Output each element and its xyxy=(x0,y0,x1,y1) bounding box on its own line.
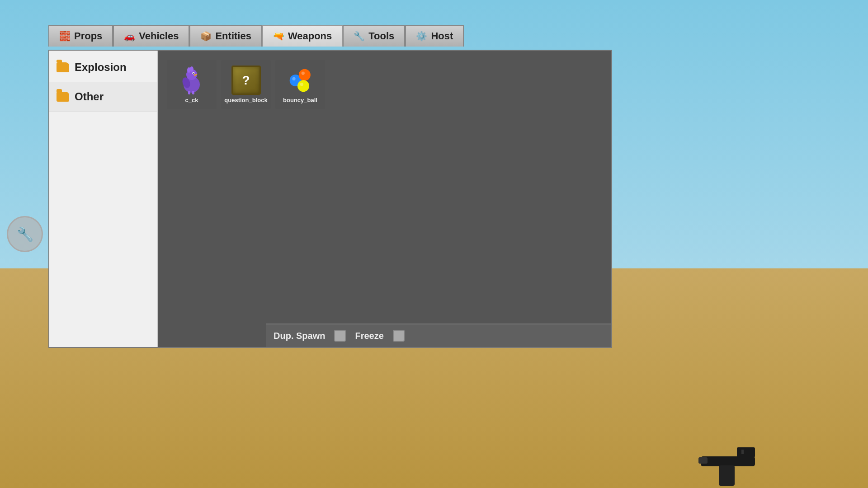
svg-rect-7 xyxy=(192,91,194,94)
svg-point-14 xyxy=(297,80,309,92)
tab-bar: 🧱 Props 🚗 Vehicles 📦 Entities 🔫 Weapons … xyxy=(48,25,464,47)
vehicles-icon: 🚗 xyxy=(124,31,135,42)
dup-spawn-checkbox[interactable] xyxy=(334,330,346,342)
svg-point-4 xyxy=(193,73,194,74)
svg-rect-17 xyxy=(737,447,755,457)
tab-host-label: Host xyxy=(431,30,453,42)
freeze-checkbox[interactable] xyxy=(393,330,405,342)
dup-spawn-label: Dup. Spawn xyxy=(274,331,325,341)
svg-rect-20 xyxy=(741,450,744,454)
c-ck-icon xyxy=(177,66,207,95)
sidebar-item-explosion-label: Explosion xyxy=(75,61,127,74)
tab-props-label: Props xyxy=(74,30,102,42)
gun-image xyxy=(696,434,778,488)
content-area: c_ck ? question_block xyxy=(158,51,611,347)
question-block-icon: ? xyxy=(231,66,261,95)
question-block-label: question_block xyxy=(224,97,267,103)
tab-entities-label: Entities xyxy=(215,30,251,42)
tab-tools-label: Tools xyxy=(368,30,394,42)
tab-tools[interactable]: 🔧 Tools xyxy=(343,25,405,47)
sidebar-item-other-label: Other xyxy=(75,90,104,103)
svg-point-13 xyxy=(301,71,304,75)
host-icon: ⚙️ xyxy=(416,31,427,42)
item-c-ck[interactable]: c_ck xyxy=(167,60,217,109)
tab-host[interactable]: ⚙️ Host xyxy=(405,25,464,47)
svg-rect-19 xyxy=(698,457,708,464)
weapons-icon: 🔫 xyxy=(273,31,284,42)
svg-rect-16 xyxy=(701,456,755,466)
tab-weapons-label: Weapons xyxy=(288,30,332,42)
svg-point-15 xyxy=(300,83,303,86)
tab-vehicles-label: Vehicles xyxy=(139,30,179,42)
items-grid: c_ck ? question_block xyxy=(162,55,607,114)
tab-weapons[interactable]: 🔫 Weapons xyxy=(262,25,343,47)
tab-entities[interactable]: 📦 Entities xyxy=(189,25,262,47)
entities-icon: 📦 xyxy=(200,31,212,42)
svg-rect-18 xyxy=(719,465,735,486)
svg-point-11 xyxy=(292,77,295,80)
svg-point-9 xyxy=(190,66,193,72)
c-ck-label: c_ck xyxy=(185,97,198,103)
tab-vehicles[interactable]: 🚗 Vehicles xyxy=(113,25,189,47)
tool-circle[interactable]: 🔧 xyxy=(7,216,43,252)
item-bouncy-ball[interactable]: bouncy_ball xyxy=(275,60,325,109)
bottom-bar: Dup. Spawn Freeze xyxy=(266,324,611,347)
sidebar-item-other[interactable]: Other xyxy=(49,82,157,112)
props-icon: 🧱 xyxy=(59,31,71,42)
item-question-block[interactable]: ? question_block xyxy=(221,60,271,109)
sidebar-item-explosion[interactable]: Explosion xyxy=(49,53,157,82)
svg-point-12 xyxy=(298,69,310,80)
bouncy-ball-icon xyxy=(286,66,315,95)
sidebar: Explosion Other xyxy=(49,51,158,347)
folder-icon-explosion xyxy=(57,62,69,72)
wrench-icon: 🔧 xyxy=(17,226,33,242)
svg-rect-6 xyxy=(188,91,190,94)
tools-icon: 🔧 xyxy=(354,31,365,42)
main-panel: Explosion Other xyxy=(48,50,612,348)
tab-props[interactable]: 🧱 Props xyxy=(48,25,113,47)
folder-icon-other xyxy=(57,92,69,102)
freeze-label: Freeze xyxy=(355,331,383,341)
